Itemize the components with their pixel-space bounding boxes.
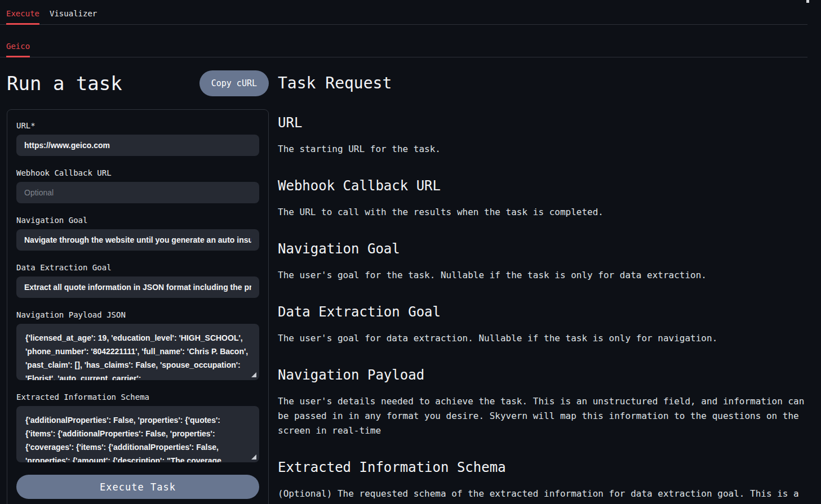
tab-geico[interactable]: Geico: [6, 41, 30, 52]
form-header: Run a task Copy cURL: [7, 66, 269, 100]
resize-grip-icon[interactable]: [251, 454, 256, 460]
doc-body: The user's goal for data extraction. Nul…: [278, 331, 813, 346]
doc-body: The starting URL for the task.: [278, 142, 813, 157]
scrollbar-thumb[interactable]: [806, 0, 809, 3]
navigation-payload-textarea[interactable]: {'licensed_at_age': 19, 'education_level…: [16, 324, 259, 380]
doc-body: The user's details needed to achieve the…: [278, 394, 813, 438]
doc-heading: Data Extraction Goal: [278, 304, 813, 320]
webhook-callback-url-label: Webhook Callback URL: [16, 168, 259, 177]
url-input[interactable]: [16, 135, 259, 156]
task-form-panel: Run a task Copy cURL URL* Webhook Callba…: [7, 66, 269, 504]
doc-heading: Navigation Payload: [278, 367, 813, 383]
docs-title: Task Request: [278, 73, 813, 93]
extracted-information-schema-label: Extracted Information Schema: [16, 393, 259, 402]
sub-tabbar: Geico: [0, 25, 807, 57]
doc-body: The user's goal for the task. Nullable i…: [278, 268, 813, 283]
doc-section-navigation-payload: Navigation Payload The user's details ne…: [278, 367, 813, 438]
copy-curl-button[interactable]: Copy cURL: [199, 70, 269, 96]
tab-visualizer[interactable]: Visualizer: [50, 8, 97, 19]
doc-section-navigation-goal: Navigation Goal The user's goal for the …: [278, 241, 813, 283]
extracted-schema-textarea[interactable]: {'additionalProperties': False, 'propert…: [16, 406, 259, 462]
navigation-goal-label: Navigation Goal: [16, 216, 259, 225]
data-extraction-goal-label: Data Extraction Goal: [16, 263, 259, 272]
webhook-callback-url-input[interactable]: [16, 182, 259, 203]
data-extraction-goal-input[interactable]: [16, 276, 259, 298]
doc-body: The URL to call with the results when th…: [278, 205, 813, 220]
extracted-schema-wrap: {'additionalProperties': False, 'propert…: [16, 406, 259, 462]
url-label: URL*: [16, 121, 259, 130]
navigation-payload-json-label: Navigation Payload JSON: [16, 310, 259, 319]
navigation-payload-wrap: {'licensed_at_age': 19, 'education_level…: [16, 324, 259, 380]
tab-execute[interactable]: Execute: [6, 8, 39, 19]
doc-heading: URL: [278, 115, 813, 131]
doc-heading: Extracted Information Schema: [278, 460, 813, 475]
doc-heading: Webhook Callback URL: [278, 178, 813, 194]
doc-section-data-extraction-goal: Data Extraction Goal The user's goal for…: [278, 304, 813, 346]
doc-section-extracted-schema: Extracted Information Schema (Optional) …: [278, 460, 813, 504]
navigation-goal-input[interactable]: [16, 229, 259, 251]
task-request-docs: Task Request URL The starting URL for th…: [278, 66, 813, 504]
doc-body: (Optional) The requested schema of the e…: [278, 487, 813, 504]
main-tabbar: Execute Visualizer: [0, 0, 807, 25]
doc-section-webhook: Webhook Callback URL The URL to call wit…: [278, 178, 813, 220]
execute-task-button[interactable]: Execute Task: [16, 475, 259, 499]
page-title: Run a task: [7, 72, 122, 95]
main-content: Run a task Copy cURL URL* Webhook Callba…: [0, 66, 821, 504]
resize-grip-icon[interactable]: [251, 372, 256, 377]
doc-section-url: URL The starting URL for the task.: [278, 115, 813, 157]
doc-heading: Navigation Goal: [278, 241, 813, 257]
task-form-card: URL* Webhook Callback URL Navigation Goa…: [7, 109, 269, 504]
